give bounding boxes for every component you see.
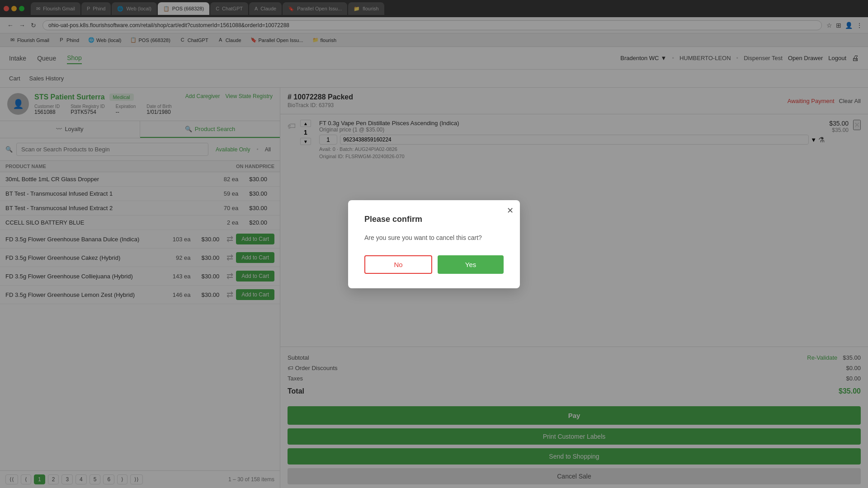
modal-close-button[interactable]: ✕ [507, 206, 514, 216]
modal-yes-button[interactable]: Yes [438, 255, 504, 274]
modal-dialog: ✕ Please confirm Are you sure you want t… [348, 200, 520, 288]
modal-body: Are you sure you want to cancel this car… [364, 233, 504, 243]
modal-overlay[interactable]: ✕ Please confirm Are you sure you want t… [0, 0, 868, 488]
modal-title: Please confirm [364, 215, 504, 224]
modal-no-button[interactable]: No [364, 255, 432, 274]
modal-actions: No Yes [364, 255, 504, 274]
